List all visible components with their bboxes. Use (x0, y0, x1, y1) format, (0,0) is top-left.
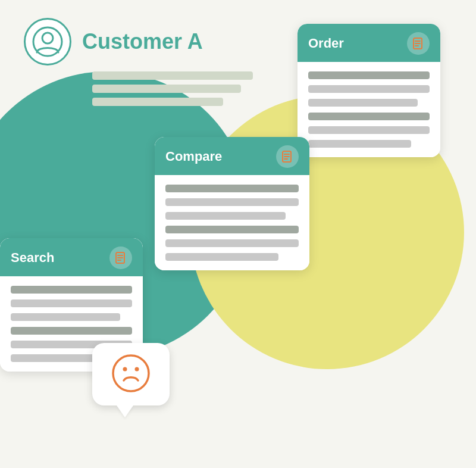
customer-avatar (24, 18, 71, 65)
customer-header: Customer A (24, 18, 203, 65)
svg-point-14 (113, 355, 149, 391)
customer-name: Customer A (82, 29, 203, 54)
compare-card: Compare (155, 137, 309, 270)
order-line-6 (308, 140, 411, 148)
order-card-header: Order (298, 24, 440, 62)
order-line-2 (308, 85, 430, 93)
sad-bubble-tail (117, 405, 133, 417)
order-card-title: Order (308, 36, 344, 51)
sad-bubble-body (92, 343, 170, 405)
sad-face-icon (111, 353, 151, 396)
compare-line-3 (165, 212, 286, 220)
order-document-icon (407, 32, 430, 55)
order-line-3 (308, 99, 418, 107)
compare-card-body (155, 175, 309, 270)
order-card-body (298, 62, 440, 157)
compare-line-5 (165, 239, 299, 247)
order-line-5 (308, 126, 430, 134)
search-document-icon (109, 247, 132, 269)
search-line-3 (11, 313, 120, 321)
avatar-icon (32, 26, 63, 57)
compare-document-icon (276, 145, 299, 168)
order-line-1 (308, 71, 430, 79)
svg-point-15 (123, 367, 127, 371)
compare-line-6 (165, 253, 278, 261)
compare-line-4 (165, 226, 299, 233)
search-card-header: Search (0, 238, 143, 276)
customer-line-3 (92, 98, 223, 106)
customer-line-1 (92, 71, 253, 80)
svg-point-16 (135, 367, 139, 371)
customer-text-lines (92, 71, 253, 106)
search-line-4 (11, 327, 132, 335)
customer-line-2 (92, 85, 241, 93)
search-line-1 (11, 286, 132, 294)
svg-point-1 (42, 33, 53, 43)
search-line-2 (11, 299, 132, 307)
compare-card-header: Compare (155, 137, 309, 175)
compare-card-title: Compare (165, 149, 222, 164)
compare-line-1 (165, 185, 299, 192)
search-card-title: Search (11, 250, 54, 266)
sad-face-bubble (92, 343, 170, 414)
compare-line-2 (165, 198, 299, 206)
order-line-4 (308, 113, 430, 120)
scene: Customer A Order (0, 0, 476, 468)
order-card: Order (298, 24, 440, 157)
